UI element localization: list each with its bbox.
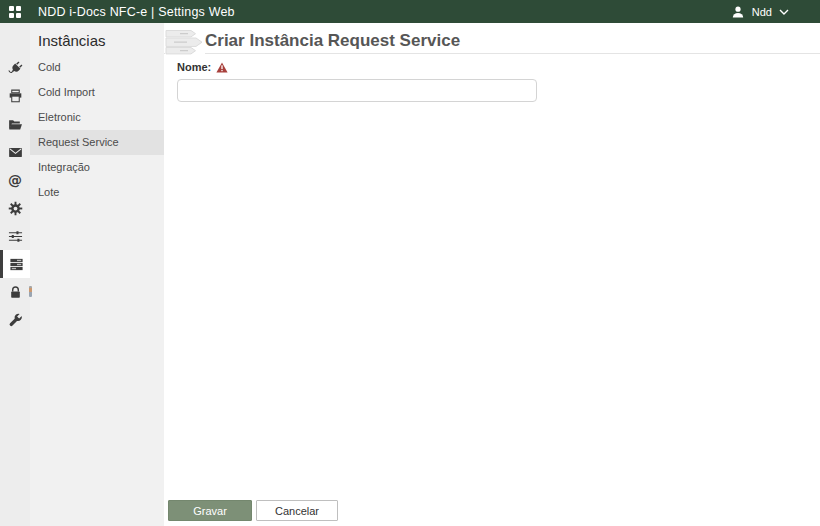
name-input[interactable]	[177, 79, 537, 102]
apps-grid-icon	[9, 6, 21, 18]
user-icon	[731, 5, 745, 19]
cancel-button[interactable]: Cancelar	[256, 500, 338, 521]
clipped-label-artifact	[29, 286, 32, 297]
app-window: NDD i-Docs NFC-e | Settings Web Ndd	[0, 0, 820, 526]
form-actions: Gravar Cancelar	[168, 500, 338, 521]
rail-item-tools[interactable]	[0, 306, 30, 334]
rail-item-printer[interactable]	[0, 82, 30, 110]
instances-page-icon	[165, 26, 205, 60]
name-label: Nome:	[177, 61, 211, 73]
printer-icon	[8, 89, 23, 104]
rail-item-folder[interactable]	[0, 110, 30, 138]
sidebar-item-lote[interactable]: Lote	[30, 180, 164, 205]
icon-rail: @	[0, 23, 30, 526]
page-title: Criar Instância Request Service	[205, 31, 460, 51]
sidebar-item-eletronic[interactable]: Eletronic	[30, 105, 164, 130]
lock-icon	[8, 285, 23, 300]
sliders-icon	[8, 229, 23, 244]
main-content: Criar Instância Request Service Nome: Gr…	[164, 23, 820, 526]
rail-item-mail[interactable]	[0, 138, 30, 166]
sidebar-item-cold-import[interactable]: Cold Import	[30, 80, 164, 105]
sidebar-item-cold[interactable]: Cold	[30, 55, 164, 80]
at-sign-icon: @	[8, 173, 22, 187]
rail-item-settings[interactable]	[0, 194, 30, 222]
user-name: Ndd	[752, 6, 772, 18]
instance-form: Nome:	[177, 60, 537, 102]
warning-icon	[216, 62, 228, 73]
page-header: Criar Instância Request Service	[164, 23, 820, 54]
app-title: NDD i-Docs NFC-e | Settings Web	[38, 5, 235, 19]
chevron-down-icon	[779, 9, 789, 15]
save-button[interactable]: Gravar	[168, 500, 252, 521]
rail-item-filters[interactable]	[0, 222, 30, 250]
rail-item-at[interactable]: @	[0, 166, 30, 194]
rail-item-plug[interactable]	[0, 54, 30, 82]
rail-item-security[interactable]	[0, 278, 30, 306]
apps-grid-button[interactable]	[0, 0, 30, 23]
instances-icon	[9, 257, 24, 272]
plug-icon	[4, 57, 25, 78]
gear-icon	[8, 201, 23, 216]
sidebar-item-integracao[interactable]: Integração	[30, 155, 164, 180]
mail-icon	[8, 145, 23, 160]
sidebar-instancias: Instâncias Cold Cold Import Eletronic Re…	[30, 23, 164, 526]
rail-item-instances[interactable]	[0, 250, 30, 278]
folder-open-icon	[8, 117, 23, 132]
sidebar-heading: Instâncias	[38, 32, 164, 49]
sidebar-item-request-service[interactable]: Request Service	[30, 130, 164, 155]
user-menu[interactable]: Ndd	[731, 5, 820, 19]
wrench-icon	[8, 313, 23, 328]
topbar: NDD i-Docs NFC-e | Settings Web Ndd	[0, 0, 820, 23]
